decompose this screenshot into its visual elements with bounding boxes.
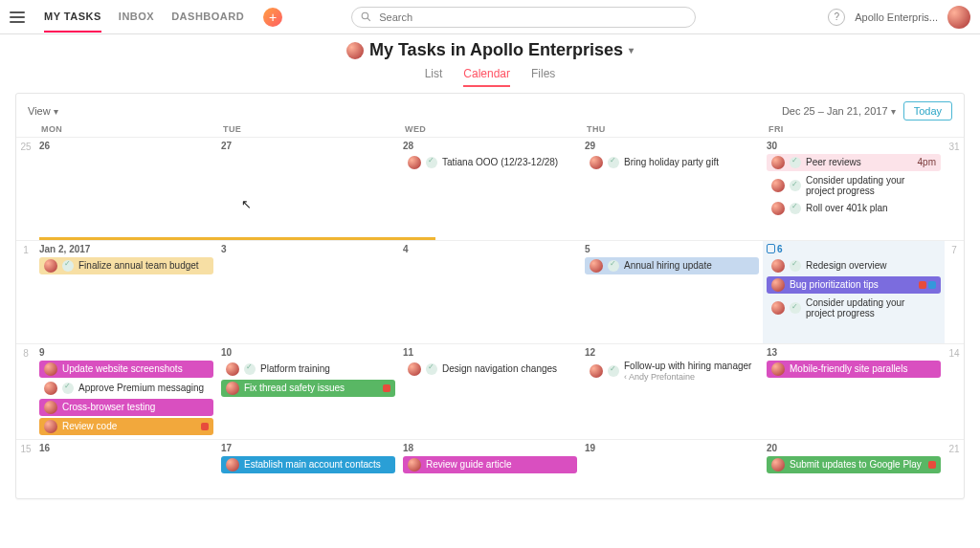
check-icon[interactable] (790, 260, 801, 272)
assignee-avatar-icon (590, 259, 603, 273)
org-name[interactable]: Apollo Enterpris... (855, 11, 938, 23)
calendar-cell[interactable]: 16 (35, 439, 217, 498)
calendar-event[interactable]: Approve Premium messaging (39, 380, 213, 397)
calendar-cell[interactable]: 28Tatiana OOO (12/23-12/28) (399, 137, 581, 240)
help-icon[interactable]: ? (828, 9, 845, 26)
calendar-event[interactable]: Tatiana OOO (12/23-12/28) (403, 154, 577, 171)
calendar-event[interactable]: Consider updating your project progress (767, 173, 941, 198)
calendar-event[interactable]: Design navigation changes (403, 361, 577, 378)
search-icon (360, 11, 372, 23)
cell-date: 16 (39, 443, 213, 453)
calendar-cell[interactable]: 26 (35, 137, 217, 240)
cell-date: 4 (403, 244, 577, 254)
calendar-event[interactable]: Mobile-friendly site parallels (767, 361, 941, 378)
calendar-event[interactable]: Follow-up with hiring manager‹ Andy Pref… (585, 361, 759, 382)
assignee-avatar-icon (771, 458, 785, 471)
calendar-cell[interactable]: 18Review guide article (399, 439, 581, 498)
calendar-cell[interactable]: 4 (399, 240, 581, 343)
calendar-event[interactable]: Submit updates to Google Play (767, 456, 941, 473)
assignee-avatar-icon (226, 382, 239, 395)
calendar-event[interactable]: Peer reviews4pm (767, 154, 941, 171)
menu-icon[interactable] (10, 11, 25, 23)
calendar-cell[interactable]: 19 (581, 439, 763, 498)
svg-line-1 (368, 18, 370, 21)
user-avatar[interactable] (947, 6, 970, 29)
calendar-event[interactable]: Platform training (221, 361, 395, 378)
calendar-event[interactable]: Fix thread safety issues (221, 380, 395, 397)
chevron-down-icon: ▾ (54, 106, 58, 117)
check-icon[interactable] (244, 363, 256, 375)
calendar-event[interactable]: Bring holiday party gift (585, 154, 759, 171)
tag-red (383, 384, 390, 392)
page-title[interactable]: My Tasks in Apollo Enterprises ▾ (346, 40, 634, 60)
calendar-cell[interactable]: 3 (217, 240, 399, 343)
search-input[interactable] (351, 7, 696, 28)
tag-red (928, 461, 936, 469)
calendar-event[interactable]: Review guide article (403, 456, 577, 473)
calendar-event[interactable]: Update website screenshots (39, 361, 213, 378)
calendar-cell[interactable]: Jan 2, 2017Finalize annual team budget (35, 240, 217, 343)
calendar-cell[interactable]: 29Bring holiday party gift (581, 137, 763, 240)
add-button[interactable]: + (263, 8, 282, 27)
check-icon[interactable] (790, 180, 801, 191)
calendar-cell[interactable]: 6Redesign overviewBug prioritization tip… (763, 240, 945, 343)
calendar-event[interactable]: Establish main account contacts (221, 456, 395, 473)
date-range[interactable]: Dec 25 – Jan 21, 2017 ▾ (782, 105, 896, 117)
view-tab-calendar[interactable]: Calendar (463, 67, 510, 87)
calendar-event[interactable]: Redesign overview (767, 257, 941, 274)
calendar-event[interactable]: Cross-browser testing (39, 399, 213, 416)
calendar-cell[interactable]: 30Peer reviews4pmConsider updating your … (763, 137, 945, 240)
view-menu[interactable]: View ▾ (28, 105, 58, 117)
week-gutter-left: 25 (16, 137, 35, 240)
calendar-cell[interactable]: 10Platform trainingFix thread safety iss… (217, 343, 399, 439)
check-icon[interactable] (426, 157, 437, 168)
calendar-cell[interactable]: 13Mobile-friendly site parallels (763, 343, 945, 439)
today-button[interactable]: Today (903, 101, 952, 121)
cell-date: 20 (767, 443, 941, 453)
assignee-avatar-icon (408, 156, 421, 169)
owner-avatar-icon (346, 42, 364, 59)
event-tags (928, 461, 936, 469)
check-icon[interactable] (790, 203, 801, 214)
svg-point-0 (362, 12, 368, 19)
event-title: Cross-browser testing (62, 402, 155, 412)
view-tab-list[interactable]: List (425, 67, 443, 87)
calendar-event[interactable]: Review code (39, 418, 213, 435)
calendar-cell[interactable]: 9Update website screenshotsApprove Premi… (35, 343, 217, 439)
event-tags (201, 423, 209, 430)
nav-tab-dashboard[interactable]: DASHBOARD (171, 11, 244, 23)
calendar-event[interactable]: Bug prioritization tips (767, 276, 941, 294)
calendar-cell[interactable]: 11Design navigation changes (399, 343, 581, 439)
check-icon[interactable] (426, 363, 437, 375)
check-icon[interactable] (62, 383, 74, 394)
check-icon[interactable] (790, 157, 801, 168)
calendar-cell[interactable]: 20Submit updates to Google Play (763, 439, 945, 498)
cell-date: 26 (39, 141, 213, 151)
calendar-event[interactable]: Roll over 401k plan (767, 200, 941, 217)
check-icon[interactable] (608, 157, 619, 168)
assignee-avatar-icon (44, 362, 57, 376)
assignee-avatar-icon (771, 156, 785, 169)
nav-tab-mytasks[interactable]: MY TASKS (44, 11, 101, 33)
event-tags (919, 281, 936, 289)
calendar-cell[interactable]: 17Establish main account contacts (217, 439, 399, 498)
nav-tab-inbox[interactable]: INBOX (119, 11, 154, 23)
check-icon[interactable] (608, 365, 619, 377)
calendar-toolbar: View ▾ Dec 25 – Jan 21, 2017 ▾ Today (16, 94, 964, 124)
calendar-cell[interactable]: 27 (217, 137, 399, 240)
view-tab-files[interactable]: Files (531, 67, 555, 87)
check-icon[interactable] (790, 302, 801, 314)
calendar-cell[interactable]: 12Follow-up with hiring manager‹ Andy Pr… (581, 343, 763, 439)
event-title: Consider updating your project progress (806, 175, 936, 196)
check-icon[interactable] (608, 260, 619, 272)
calendar-card: View ▾ Dec 25 – Jan 21, 2017 ▾ Today MON… (15, 93, 965, 499)
assignee-avatar-icon (771, 259, 785, 273)
calendar-event[interactable]: Annual hiring update (585, 257, 759, 274)
cell-date: 10 (221, 347, 395, 358)
dow-tue: TUE (217, 124, 399, 134)
calendar-event[interactable]: Consider updating your project progress (767, 296, 941, 320)
check-icon[interactable] (62, 260, 74, 272)
week-gutter-right: 14 (945, 343, 964, 439)
calendar-cell[interactable]: 5Annual hiring update (581, 240, 763, 343)
calendar-event[interactable]: Finalize annual team budget (39, 257, 213, 274)
